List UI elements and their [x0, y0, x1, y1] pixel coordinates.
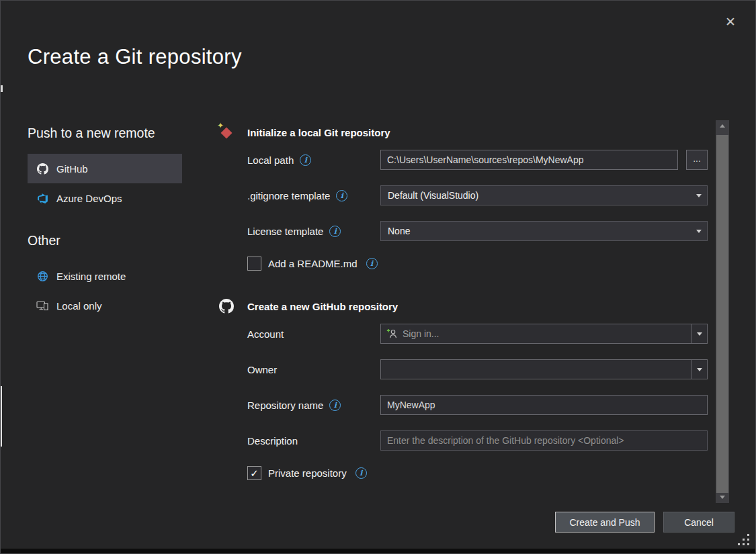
local-path-row: Local path i ... — [247, 150, 708, 170]
gitignore-label: .gitignore template — [247, 190, 330, 201]
license-value: None — [381, 226, 691, 236]
info-icon[interactable]: i — [336, 190, 347, 201]
account-row: Account Sign in... — [247, 324, 708, 344]
dialog-title: Create a Git repository — [28, 45, 242, 69]
create-and-push-button[interactable]: Create and Push — [555, 512, 655, 533]
account-dropdown[interactable]: Sign in... — [380, 324, 708, 344]
github-section-title: Create a new GitHub repository — [247, 299, 398, 312]
cancel-button[interactable]: Cancel — [663, 512, 734, 533]
edge-mark — [1, 386, 2, 447]
readme-row: Add a README.md i — [247, 257, 708, 271]
other-heading: Other — [28, 233, 182, 248]
github-section-header: Create a new GitHub repository — [219, 299, 710, 314]
account-label: Account — [247, 328, 284, 340]
local-section-title: Initialize a local Git repository — [247, 125, 390, 138]
vertical-scrollbar[interactable] — [716, 120, 729, 503]
azure-devops-icon — [36, 192, 48, 204]
info-icon[interactable]: i — [300, 154, 311, 166]
github-icon — [219, 299, 234, 314]
repo-name-label: Repository name — [247, 400, 323, 411]
chevron-down-icon — [691, 186, 707, 205]
github-icon — [36, 163, 48, 175]
sidebar-item-label: Local only — [56, 300, 102, 312]
gitignore-dropdown[interactable]: Default (VisualStudio) — [380, 185, 708, 205]
gitignore-row: .gitignore template i Default (VisualStu… — [247, 185, 708, 205]
account-value: Sign in... — [398, 328, 691, 339]
sidebar-item-local-only[interactable]: Local only — [28, 291, 182, 320]
scroll-up-icon[interactable] — [716, 120, 729, 132]
sidebar-item-label: Azure DevOps — [56, 193, 122, 204]
repo-name-row: Repository name i — [247, 395, 708, 415]
resize-grip[interactable] — [747, 543, 749, 545]
owner-dropdown[interactable] — [380, 359, 708, 379]
chevron-down-icon — [691, 360, 707, 379]
create-git-repo-dialog: ✕ Create a Git repository Push to a new … — [0, 0, 756, 554]
description-input[interactable] — [380, 430, 708, 451]
gitignore-value: Default (VisualStudio) — [381, 190, 691, 201]
check-icon: ✓ — [250, 467, 259, 479]
chevron-down-icon — [691, 222, 707, 240]
globe-icon — [36, 270, 48, 282]
readme-checkbox[interactable] — [247, 257, 261, 271]
owner-label: Owner — [247, 364, 277, 375]
info-icon[interactable]: i — [329, 400, 341, 411]
private-repo-row: ✓ Private repository i — [247, 466, 708, 480]
private-repo-checkbox[interactable]: ✓ — [247, 466, 261, 480]
sidebar: Push to a new remote GitHub Azure DevOps… — [28, 126, 182, 320]
repo-name-input[interactable] — [380, 395, 708, 415]
local-path-input[interactable] — [380, 150, 678, 170]
description-row: Description — [247, 430, 708, 451]
close-button[interactable]: ✕ — [720, 11, 741, 32]
local-path-label: Local path — [247, 154, 294, 166]
computer-icon — [36, 299, 48, 312]
description-label: Description — [247, 435, 298, 447]
sidebar-item-existing-remote[interactable]: Existing remote — [28, 261, 182, 291]
push-remote-heading: Push to a new remote — [28, 126, 182, 141]
sidebar-item-label: GitHub — [56, 163, 88, 175]
window-bottom-edge — [1, 549, 755, 553]
chevron-down-icon — [691, 324, 707, 343]
private-repo-label: Private repository — [268, 467, 347, 479]
dialog-content: ✦ Initialize a local Git repository Loca… — [219, 125, 710, 480]
sidebar-item-azure-devops[interactable]: Azure DevOps — [28, 183, 182, 213]
scroll-down-icon[interactable] — [716, 492, 729, 503]
edge-mark — [1, 85, 3, 92]
license-dropdown[interactable]: None — [380, 221, 708, 241]
info-icon[interactable]: i — [366, 258, 378, 269]
new-repository-icon: ✦ — [219, 125, 234, 140]
sidebar-item-github[interactable]: GitHub — [28, 154, 182, 183]
close-icon: ✕ — [725, 14, 736, 30]
scrollbar-thumb[interactable] — [716, 135, 728, 493]
add-account-icon — [386, 328, 398, 339]
license-row: License template i None — [247, 221, 708, 241]
local-section-header: ✦ Initialize a local Git repository — [219, 125, 710, 140]
license-label: License template — [247, 226, 323, 237]
browse-button[interactable]: ... — [686, 150, 708, 170]
info-icon[interactable]: i — [355, 467, 367, 479]
info-icon[interactable]: i — [329, 226, 341, 237]
owner-row: Owner — [247, 359, 708, 379]
sidebar-item-label: Existing remote — [56, 271, 126, 282]
dialog-footer: Create and Push Cancel — [555, 512, 734, 533]
readme-label: Add a README.md — [268, 258, 358, 269]
